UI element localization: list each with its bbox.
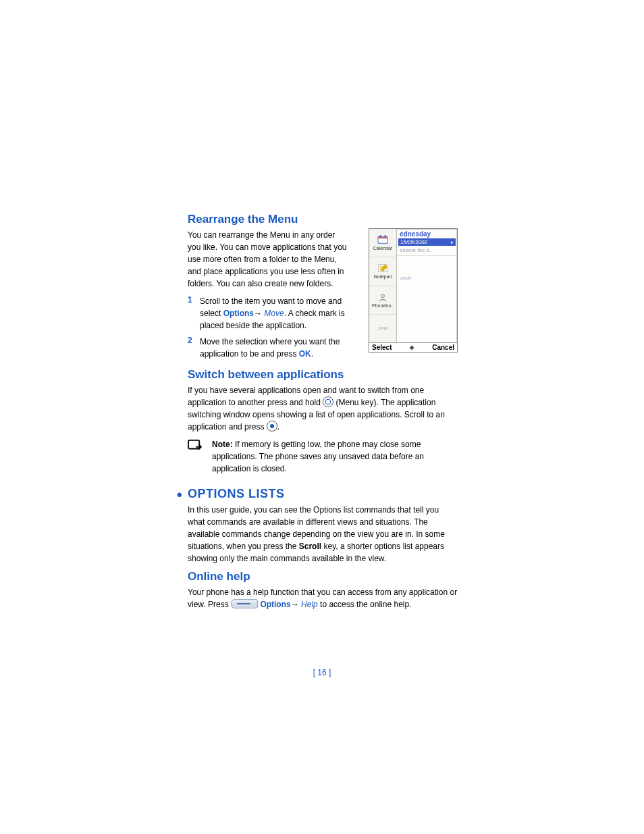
step-number: 1 [188, 295, 200, 332]
svg-point-6 [381, 294, 384, 297]
keyword-options: Options [260, 600, 290, 609]
heading-switch: Switch between applications [188, 368, 458, 382]
keyword-options: Options [223, 309, 254, 318]
note-body: If memory is getting low, the phone may … [212, 440, 424, 473]
phone-sidebar: Calendar Notepad Phonebo.. 2PM [369, 229, 397, 342]
phone-date-bar: 15/05/2002 ▸ [398, 238, 456, 246]
note-icon [188, 438, 208, 475]
text: . [311, 349, 313, 359]
phone-day: ednesday [397, 229, 457, 238]
softkey-left: Select [372, 344, 392, 351]
rearrange-intro: You can rearrange the Menu in any order … [188, 229, 348, 290]
note-text: Note: If memory is getting low, the phon… [208, 438, 458, 475]
phone-screenshot-figure: Calendar Notepad Phonebo.. 2PM ednesday … [369, 228, 458, 353]
svg-rect-2 [378, 237, 387, 239]
sidebar-time: 2PM [369, 315, 396, 342]
sidebar-calendar: Calendar [369, 229, 396, 257]
switch-paragraph: If you have several applications open an… [188, 384, 458, 433]
note-label: Note: [212, 440, 233, 449]
keyword-move: Move [264, 309, 284, 318]
arrow: → [291, 600, 301, 609]
phone-main: ednesday 15/05/2002 ▸ eserve the ti.. un… [397, 229, 457, 342]
center-key-icon [267, 421, 277, 432]
phone-entry: eserve the ti.. [397, 246, 457, 254]
note: Note: If memory is getting low, the phon… [188, 438, 458, 475]
phone-lunch: unch [400, 275, 411, 281]
softkey-icon [231, 599, 258, 608]
heading-options-lists: OPTIONS LISTS [188, 487, 458, 501]
menu-key-icon [323, 396, 333, 407]
nav-indicator-icon: ◆ [410, 344, 414, 350]
label: Notepad [374, 274, 392, 279]
label: Calendar [373, 246, 392, 251]
step-1: 1 Scroll to the item you want to move an… [188, 295, 348, 332]
keyword-help: Help [301, 600, 318, 609]
step-2: 2 Move the selection where you want the … [188, 336, 348, 360]
step-text: Move the selection where you want the ap… [200, 336, 348, 360]
heading-online-help: Online help [188, 570, 458, 583]
options-lists-paragraph: In this user guide, you can see the Opti… [188, 504, 458, 565]
softkey-right: Cancel [432, 344, 454, 351]
sidebar-notepad: Notepad [369, 257, 396, 286]
date: 15/05/2002 [400, 239, 427, 245]
sidebar-phonebook: Phonebo.. [369, 286, 396, 315]
online-help-paragraph: Your phone has a help function that you … [188, 586, 458, 610]
phone-footer: Select ◆ Cancel [369, 342, 457, 352]
arrow: → [254, 309, 264, 318]
heading-rearrange: Rearrange the Menu [188, 213, 458, 226]
keyword-scroll: Scroll [299, 542, 321, 551]
text: . [277, 422, 279, 432]
phone-body: Calendar Notepad Phonebo.. 2PM ednesday … [369, 229, 457, 342]
phone-grid: unch [397, 255, 457, 342]
svg-rect-3 [380, 235, 381, 238]
label: Phonebo.. [372, 303, 394, 308]
keyword-ok: OK [299, 349, 311, 359]
step-text: Scroll to the item you want to move and … [200, 295, 348, 332]
page-number: [ 16 ] [0, 668, 644, 677]
svg-rect-4 [385, 235, 386, 238]
document-page: Rearrange the Menu You can rearrange the… [0, 0, 644, 834]
step-number: 2 [188, 336, 200, 360]
label: 2PM [378, 326, 387, 331]
text: Move the selection where you want the ap… [200, 337, 340, 359]
right-arrow-icon: ▸ [451, 240, 454, 245]
text: to access the online help. [318, 600, 412, 609]
